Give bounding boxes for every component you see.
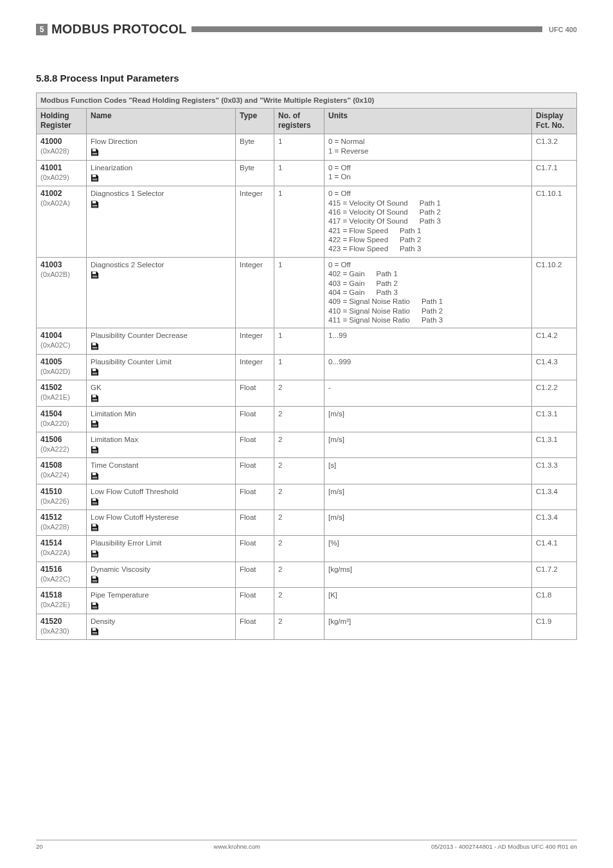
- svg-rect-60: [93, 628, 96, 631]
- header-rule: [191, 26, 542, 32]
- col-type: Type: [236, 109, 274, 134]
- page-number: 20: [36, 843, 43, 850]
- svg-rect-15: [93, 277, 97, 278]
- table-row: 41508(0xA224)Time ConstantFloat2[s]C1.3.…: [37, 458, 577, 484]
- cell-units: [kg/ms]: [324, 562, 532, 587]
- save-icon: [91, 627, 99, 636]
- svg-rect-12: [93, 272, 96, 274]
- svg-rect-14: [93, 276, 97, 277]
- cell-units: 1...99: [324, 328, 532, 354]
- cell-nregs: 2: [274, 562, 324, 587]
- footer-site: www.krohne.com: [214, 843, 260, 850]
- svg-rect-42: [93, 503, 97, 504]
- save-icon: [91, 549, 99, 558]
- svg-rect-32: [93, 447, 96, 449]
- cell-units: 0 = Off402 = GainPath 1403 = GainPath 24…: [324, 257, 532, 328]
- cell-display-fct: C1.8: [532, 588, 577, 614]
- col-units: Units: [324, 109, 532, 134]
- save-icon: [91, 368, 99, 376]
- table-header-row: Holding Register Name Type No. of regist…: [37, 109, 577, 134]
- svg-rect-50: [93, 554, 97, 555]
- cell-nregs: 2: [274, 458, 324, 484]
- cell-type: Float: [236, 614, 274, 639]
- svg-rect-27: [93, 400, 97, 400]
- cell-register: 41504(0xA220): [37, 406, 87, 432]
- cell-name: GK: [87, 380, 236, 406]
- save-icon: [91, 420, 99, 429]
- cell-type: Integer: [236, 257, 274, 328]
- cell-register: 41508(0xA224): [37, 458, 87, 484]
- cell-name: Linearization: [87, 160, 236, 186]
- cell-name: Plausibility Error Limit: [87, 536, 236, 562]
- save-icon: [91, 497, 99, 506]
- svg-rect-63: [93, 633, 97, 634]
- cell-units: 0 = Off415 = Velocity Of SoundPath 1416 …: [324, 186, 532, 258]
- cell-register: 41001(0xA029): [37, 160, 87, 186]
- table-row: 41000(0xA028)Flow DirectionByte10 = Norm…: [37, 134, 577, 160]
- cell-display-fct: C1.2.2: [532, 380, 577, 406]
- cell-register: 41004(0xA02C): [37, 328, 87, 354]
- svg-rect-19: [93, 348, 97, 349]
- table-row: 41504(0xA220)Limitation MinFloat2[m/s]C1…: [37, 406, 577, 432]
- svg-rect-26: [93, 399, 97, 400]
- cell-type: Integer: [236, 328, 274, 354]
- svg-rect-48: [93, 551, 96, 553]
- table-row: 41520(0xA230)DensityFloat2[kg/m³]C1.9: [37, 614, 577, 639]
- cell-units: [m/s]: [324, 510, 532, 536]
- cell-name: Pipe Temperature: [87, 588, 236, 614]
- cell-type: Float: [236, 458, 274, 484]
- cell-units: -: [324, 380, 532, 406]
- svg-rect-51: [93, 556, 97, 556]
- svg-rect-28: [93, 421, 96, 423]
- table-row: 41514(0xA22A)Plausibility Error LimitFlo…: [37, 536, 577, 562]
- cell-display-fct: C1.7.1: [532, 160, 577, 186]
- svg-rect-22: [93, 373, 97, 374]
- cell-type: Float: [236, 432, 274, 457]
- col-display-fct: Display Fct. No.: [532, 109, 577, 134]
- cell-register: 41512(0xA228): [37, 510, 87, 536]
- svg-rect-30: [93, 425, 97, 426]
- svg-rect-10: [93, 205, 97, 206]
- cell-units: [%]: [324, 536, 532, 562]
- svg-rect-40: [93, 499, 96, 501]
- svg-rect-44: [93, 524, 96, 527]
- svg-rect-0: [93, 149, 96, 152]
- svg-rect-8: [93, 200, 96, 203]
- cell-nregs: 2: [274, 484, 324, 509]
- svg-rect-35: [93, 452, 97, 452]
- save-icon: [91, 173, 99, 182]
- svg-rect-6: [93, 179, 97, 180]
- svg-rect-11: [93, 206, 97, 206]
- cell-register: 41000(0xA028): [37, 134, 87, 160]
- cell-nregs: 2: [274, 432, 324, 457]
- cell-nregs: 1: [274, 160, 324, 186]
- table-caption: Modbus Function Codes "Read Holding Regi…: [37, 93, 577, 109]
- svg-rect-54: [93, 581, 97, 581]
- cell-name: Limitation Min: [87, 406, 236, 432]
- chapter-title: MODBUS PROTOCOL: [51, 22, 186, 37]
- cell-nregs: 1: [274, 257, 324, 328]
- svg-rect-58: [93, 607, 97, 607]
- table-row: 41516(0xA22C)Dynamic ViscosityFloat2[kg/…: [37, 562, 577, 587]
- cell-nregs: 2: [274, 588, 324, 614]
- cell-type: Float: [236, 588, 274, 614]
- cell-display-fct: C1.3.3: [532, 458, 577, 484]
- cell-nregs: 1: [274, 328, 324, 354]
- cell-nregs: 1: [274, 186, 324, 258]
- table-row: 41512(0xA228)Low Flow Cutoff HystereseFl…: [37, 510, 577, 536]
- footer-docref: 05/2013 - 4002744801 - AD Modbus UFC 400…: [431, 843, 577, 850]
- cell-name: Flow Direction: [87, 134, 236, 160]
- cell-display-fct: C1.4.3: [532, 354, 577, 380]
- cell-nregs: 2: [274, 380, 324, 406]
- cell-type: Byte: [236, 134, 274, 160]
- section-heading: 5.8.8 Process Input Parameters: [36, 73, 577, 84]
- cell-register: 41005(0xA02D): [37, 354, 87, 380]
- cell-display-fct: C1.3.1: [532, 406, 577, 432]
- cell-register: 41510(0xA226): [37, 484, 87, 509]
- cell-name: Low Flow Cutoff Hysterese: [87, 510, 236, 536]
- cell-units: [K]: [324, 588, 532, 614]
- col-holding-register: Holding Register: [37, 109, 87, 134]
- svg-rect-56: [93, 602, 96, 605]
- svg-rect-4: [93, 175, 96, 177]
- cell-display-fct: C1.4.1: [532, 536, 577, 562]
